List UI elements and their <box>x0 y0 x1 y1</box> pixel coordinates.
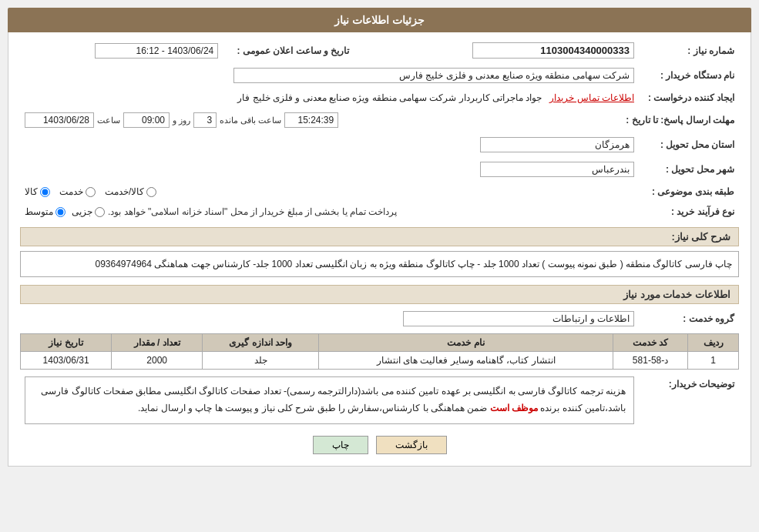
radio-kala-khadamat-input[interactable] <box>146 187 156 197</box>
info-table-dastgah: نام دستگاه خریدار : شرکت سهامی منطقه ویژ… <box>20 65 739 85</box>
tozihat-box: هزینه ترجمه کاتالوگ فارسی به انگلیسی بر … <box>25 376 634 423</box>
ijad-value: اطلاعات تماس خریدار جواد ماجراتی کاربردا… <box>20 90 639 105</box>
info-table-tozihat: توضیحات خریدار: هزینه ترجمه کاتالوگ فارس… <box>20 374 739 426</box>
radio-kala-input[interactable] <box>40 187 50 197</box>
mohlet-time-label: ساعت <box>97 115 120 125</box>
grooh-label: گروه خدمت : <box>639 309 739 329</box>
sharh-title-text: شرح کلی نیاز: <box>671 231 730 243</box>
radio-kala-khadamat[interactable]: کالا/خدمت <box>105 186 156 197</box>
mohlet-date-box: 1403/06/28 <box>25 112 94 128</box>
mohlet-roz-box: 3 <box>193 112 217 128</box>
sharh-text: چاپ فارسی کاتالوگ منطقه ( طبق نمونه پیوس… <box>95 259 732 269</box>
ostan-label: استان محل تحویل : <box>639 135 739 155</box>
tarikh-value: 1403/06/24 - 16:12 <box>20 40 223 61</box>
shahr-box: بندرعباس <box>480 162 634 177</box>
info-table-tabaqe: طبقه بندی موضوعی : کالا خدمت کالا/خدمت <box>20 184 739 199</box>
name-dastgah-box: شرکت سهامی منطقه ویژه صنایع معدنی و فلزی… <box>233 68 634 83</box>
radio-motavsat-label: متوسط <box>25 206 53 217</box>
tabaqe-label: طبقه بندی موضوعی : <box>639 184 739 199</box>
noefrayand-row: متوسط جزیی پرداخت تمام یا بخشی از مبلغ خ… <box>20 204 639 219</box>
mohlet-roz-label: روز و <box>173 115 190 125</box>
buttons-row: چاپ بازگشت <box>20 436 739 454</box>
noefrayand-note: پرداخت تمام یا بخشی از مبلغ خریدار از مح… <box>108 206 397 217</box>
info-table-ostan: استان محل تحویل : هرمزگان <box>20 135 739 155</box>
radio-khadamat-label: خدمت <box>59 186 83 197</box>
grooh-value: اطلاعات و ارتباطات <box>20 309 639 329</box>
col-vahed: واحد اندازه گیری <box>203 334 319 352</box>
info-table-mohlet: مهلت ارسال پاسخ: تا تاریخ : 1403/06/28 س… <box>20 110 739 130</box>
info-table-grooh: گروه خدمت : اطلاعات و ارتباطات <box>20 309 739 329</box>
ostan-value: هرمزگان <box>20 135 639 155</box>
radio-motavsat-input[interactable] <box>55 207 65 217</box>
info-table-shahr: شهر محل تحویل : بندرعباس <box>20 159 739 179</box>
shomara-niaz-box: 1103004340000333 <box>472 42 634 59</box>
col-radif: ردیف <box>688 334 739 352</box>
grooh-box: اطلاعات و ارتباطات <box>403 311 634 326</box>
tabaqe-options: کالا خدمت کالا/خدمت <box>20 184 639 199</box>
tarikh-label: تاریخ و ساعت اعلان عمومی : <box>223 40 354 61</box>
mohlet-label: مهلت ارسال پاسخ: تا تاریخ : <box>621 110 739 130</box>
radio-khadamat[interactable]: خدمت <box>59 186 96 197</box>
col-tedad: تعداد / مقدار <box>112 334 203 352</box>
page-container: جزئیات اطلاعات نیاز شماره نیاز : 1103004… <box>0 0 759 532</box>
radio-kala-label: کالا <box>25 186 38 197</box>
ijad-name: جواد ماجراتی کاربردار شرکت سهامی منطقه و… <box>237 92 542 103</box>
shomara-niaz-value: 1103004340000333 <box>377 40 639 61</box>
khadamat-title-text: اطلاعات خدمات مورد نیاز <box>623 289 730 300</box>
shahr-value: بندرعباس <box>20 159 639 179</box>
services-table: ردیف کد خدمت نام خدمت واحد اندازه گیری ت… <box>20 333 739 370</box>
col-nam: نام خدمت <box>319 334 613 352</box>
name-dastgah-value: شرکت سهامی منطقه ویژه صنایع معدنی و فلزی… <box>20 65 639 85</box>
info-table-ijad: ایجاد کننده درخواست : اطلاعات تماس خریدا… <box>20 90 739 105</box>
print-button[interactable]: چاپ <box>313 436 368 454</box>
radio-jozi-input[interactable] <box>95 207 105 217</box>
tarikh-box: 1403/06/24 - 16:12 <box>95 43 218 59</box>
sharh-box: چاپ فارسی کاتالوگ منطقه ( طبق نمونه پیوس… <box>20 251 739 277</box>
ijad-link[interactable]: اطلاعات تماس خریدار <box>549 92 634 103</box>
shomara-niaz-label: شماره نیاز : <box>639 40 739 61</box>
radio-kala-khadamat-label: کالا/خدمت <box>105 186 144 197</box>
page-title: جزئیات اطلاعات نیاز <box>334 14 425 26</box>
radio-motavsat[interactable]: متوسط <box>25 206 65 217</box>
tozihat-box-cell: هزینه ترجمه کاتالوگ فارسی به انگلیسی بر … <box>20 374 639 426</box>
noefrayand-label: نوع فرآیند خرید : <box>639 204 739 219</box>
page-header: جزئیات اطلاعات نیاز <box>8 8 751 32</box>
col-tarikh: تاریخ نیاز <box>21 334 112 352</box>
mohlet-row: 1403/06/28 ساعت 09:00 روز و 3 ساعت باقی … <box>20 110 621 130</box>
tozihat-label: توضیحات خریدار: <box>639 374 739 426</box>
mohlet-saat-box: 15:24:39 <box>284 112 338 128</box>
radio-khadamat-input[interactable] <box>86 187 96 197</box>
info-table-noefrayand: نوع فرآیند خرید : متوسط جزیی <box>20 204 739 219</box>
col-kod: کد خدمت <box>613 334 687 352</box>
khadamat-section-title: اطلاعات خدمات مورد نیاز <box>20 285 739 304</box>
ostan-box: هرمزگان <box>480 137 634 152</box>
mohlet-saat-label: ساعت باقی مانده <box>220 115 281 125</box>
tozihat-bold-word: موظف است <box>490 403 538 413</box>
ijad-label: ایجاد کننده درخواست : <box>639 90 739 105</box>
back-button[interactable]: بازگشت <box>376 436 447 454</box>
info-table-top: شماره نیاز : 1103004340000333 تاریخ و سا… <box>20 40 739 61</box>
table-row: 1د-58-581انتشار کتاب، گاهنامه وسایر فعال… <box>21 352 739 370</box>
radio-jozi-label: جزیی <box>72 206 92 217</box>
sharh-section-title: شرح کلی نیاز: <box>20 227 739 246</box>
name-dastgah-label: نام دستگاه خریدار : <box>639 65 739 85</box>
radio-jozi[interactable]: جزیی <box>72 206 105 217</box>
shahr-label: شهر محل تحویل : <box>639 159 739 179</box>
mohlet-time-box: 09:00 <box>123 112 170 128</box>
radio-kala[interactable]: کالا <box>25 186 50 197</box>
main-card: شماره نیاز : 1103004340000333 تاریخ و سا… <box>8 32 751 467</box>
